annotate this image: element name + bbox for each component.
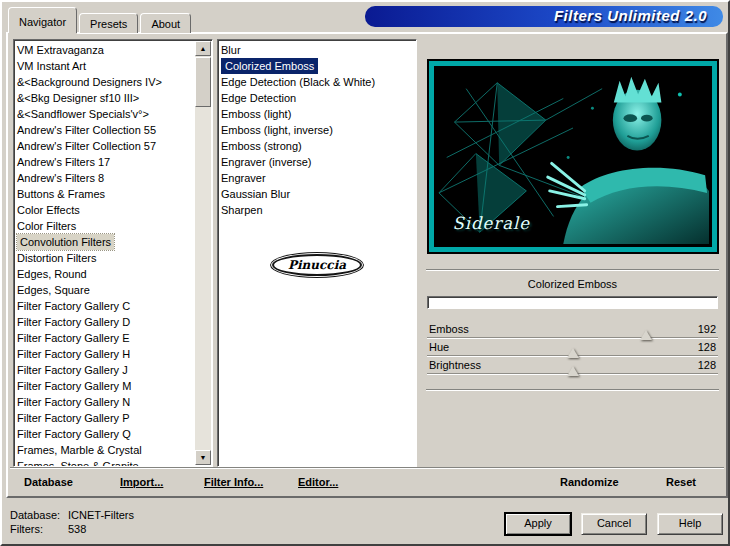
filter-item[interactable]: Emboss (strong) (221, 138, 414, 154)
selected-filter-title: Colorized Emboss (422, 278, 723, 290)
slider-thumb[interactable] (567, 366, 579, 376)
category-item[interactable]: Color Filters (17, 218, 212, 234)
category-item[interactable]: Filter Factory Gallery N (17, 394, 212, 410)
category-item[interactable]: Distortion Filters (17, 250, 212, 266)
slider-track[interactable] (427, 337, 718, 339)
tab-strip: Navigator Presets About (8, 7, 193, 33)
category-item[interactable]: &<Bkg Designer sf10 III> (17, 90, 212, 106)
filter-item[interactable]: Emboss (light, inverse) (221, 122, 414, 138)
main-panel: ▲ ▼ VM ExtravaganzaVM Instant Art&<Backg… (6, 32, 728, 498)
toolbar-separator (10, 467, 724, 469)
randomize-button[interactable]: Randomize (560, 476, 619, 488)
filter-item[interactable]: Emboss (light) (221, 106, 414, 122)
category-item[interactable]: VM Instant Art (17, 58, 212, 74)
editor-button[interactable]: Editor... (298, 476, 338, 488)
category-item[interactable]: Color Effects (17, 202, 212, 218)
category-item[interactable]: Filter Factory Gallery M (17, 378, 212, 394)
filter-item[interactable]: Colorized Emboss (221, 58, 318, 74)
scroll-up-icon[interactable]: ▲ (195, 41, 211, 56)
slider-row: Hue128 (427, 341, 718, 359)
preview-caption: Siderale (453, 214, 531, 233)
preview-frame: Siderale (427, 59, 719, 254)
category-item[interactable]: Filter Factory Gallery Q (17, 426, 212, 442)
separator (426, 389, 719, 391)
title-banner: Filters Unlimited 2.0 (365, 6, 723, 27)
slider-row: Brightness128 (427, 359, 718, 377)
import-button[interactable]: Import... (120, 476, 163, 488)
right-panel: Siderale Colorized Emboss Emboss192Hue12… (422, 39, 723, 467)
filter-item[interactable]: Engraver (inverse) (221, 154, 414, 170)
filter-item[interactable]: Sharpen (221, 202, 414, 218)
filters-label: Filters: (10, 523, 43, 535)
reset-button[interactable]: Reset (666, 476, 696, 488)
category-item[interactable]: Convolution Filters (17, 234, 114, 250)
scroll-down-icon[interactable]: ▼ (195, 450, 211, 465)
category-list: ▲ ▼ VM ExtravaganzaVM Instant Art&<Backg… (13, 39, 213, 467)
database-label: Database: (10, 509, 60, 521)
category-item[interactable]: &<Sandflower Specials'v°> (17, 106, 212, 122)
filters-count: 538 (68, 523, 86, 535)
slider-thumb[interactable] (640, 330, 652, 340)
apply-button[interactable]: Apply (505, 513, 571, 535)
slider-thumb[interactable] (567, 348, 579, 358)
category-item[interactable]: Buttons & Frames (17, 186, 212, 202)
watermark-badge: Pinuccia (272, 254, 362, 276)
filter-item[interactable]: Edge Detection (221, 90, 414, 106)
category-item[interactable]: Edges, Square (17, 282, 212, 298)
slider-list: Emboss192Hue128Brightness128 (427, 323, 718, 377)
category-item[interactable]: Andrew's Filter Collection 57 (17, 138, 212, 154)
filters-unlimited-window: Navigator Presets About Filters Unlimite… (0, 0, 730, 546)
preview-art: Siderale (437, 69, 709, 244)
filter-item[interactable]: Edge Detection (Black & White) (221, 74, 414, 90)
preview-image: Siderale (434, 66, 712, 247)
category-item[interactable]: Andrew's Filter Collection 55 (17, 122, 212, 138)
tab-presets[interactable]: Presets (79, 13, 138, 33)
slider-label: Hue (429, 341, 449, 353)
tab-about[interactable]: About (140, 13, 191, 33)
filter-info-button[interactable]: Filter Info... (204, 476, 263, 488)
slider-value: 192 (698, 323, 716, 335)
category-item[interactable]: Filter Factory Gallery H (17, 346, 212, 362)
category-item[interactable]: Filter Factory Gallery E (17, 330, 212, 346)
category-item[interactable]: Filter Factory Gallery P (17, 410, 212, 426)
filter-item[interactable]: Engraver (221, 170, 414, 186)
separator (426, 269, 719, 271)
category-item[interactable]: Andrew's Filters 17 (17, 154, 212, 170)
slider-row: Emboss192 (427, 323, 718, 341)
filter-item[interactable]: Gaussian Blur (221, 186, 414, 202)
database-button[interactable]: Database (24, 476, 73, 488)
cancel-button[interactable]: Cancel (581, 513, 647, 535)
category-item[interactable]: Filter Factory Gallery C (17, 298, 212, 314)
category-item[interactable]: Filter Factory Gallery D (17, 314, 212, 330)
slider-value: 128 (698, 341, 716, 353)
progress-bar (427, 296, 718, 309)
help-button[interactable]: Help (657, 513, 723, 535)
toolbar: Database Import... Filter Info... Editor… (8, 467, 726, 496)
scroll-thumb[interactable] (195, 57, 211, 107)
status-bar: Database: ICNET-Filters Filters: 538 App… (2, 498, 728, 544)
filter-item[interactable]: Blur (221, 42, 414, 58)
category-item[interactable]: Edges, Round (17, 266, 212, 282)
slider-label: Emboss (429, 323, 469, 335)
category-scrollbar[interactable]: ▲ ▼ (195, 41, 211, 465)
category-item[interactable]: Frames, Stone & Granite (17, 458, 212, 467)
category-item[interactable]: Andrew's Filters 8 (17, 170, 212, 186)
slider-value: 128 (698, 359, 716, 371)
category-item[interactable]: &<Background Designers IV> (17, 74, 212, 90)
filter-list: Pinuccia BlurColorized EmbossEdge Detect… (217, 39, 417, 467)
category-item[interactable]: Frames, Marble & Crystal (17, 442, 212, 458)
slider-label: Brightness (429, 359, 481, 371)
category-item[interactable]: Filter Factory Gallery J (17, 362, 212, 378)
database-value: ICNET-Filters (68, 509, 134, 521)
tab-navigator[interactable]: Navigator (8, 7, 77, 33)
category-item[interactable]: VM Extravaganza (17, 42, 212, 58)
